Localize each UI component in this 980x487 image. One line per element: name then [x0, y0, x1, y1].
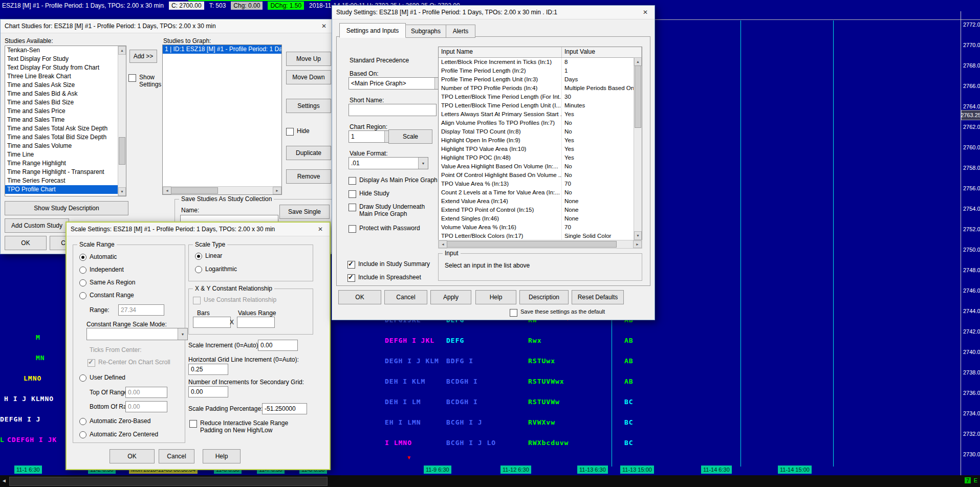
ok-button[interactable]: OK: [5, 236, 47, 250]
table-row[interactable]: TPO Letter/Block Time Period Length (For…: [439, 93, 642, 101]
show-study-description-button[interactable]: Show Study Description: [5, 201, 128, 215]
reset-defaults-button[interactable]: Reset Defaults: [572, 290, 624, 304]
vertical-scrollbar[interactable]: ▲ ▼: [634, 57, 642, 240]
horizontal-scrollbar[interactable]: ◄ ►: [163, 186, 281, 194]
scroll-up-icon[interactable]: ▲: [634, 57, 642, 66]
scroll-down-icon[interactable]: ▼: [118, 187, 126, 196]
cancel-button[interactable]: Cancel: [384, 290, 427, 304]
remove-button[interactable]: Remove: [286, 169, 331, 184]
table-row[interactable]: Number of TPO Profile Periods (In:4)Mult…: [439, 84, 642, 93]
dialog-titlebar[interactable]: Chart Studies for: ESZ18 [M] #1 - Profil…: [1, 19, 333, 33]
help-button[interactable]: Help: [203, 449, 241, 463]
column-header-input-name[interactable]: Input Name: [439, 47, 562, 57]
short-name-input[interactable]: [349, 104, 437, 116]
chart-horizontal-scrollbar[interactable]: ◄ 7 E: [0, 475, 980, 487]
chevron-down-icon[interactable]: ▼: [418, 158, 428, 169]
table-row[interactable]: Volume Value Area % (In:16)70: [439, 223, 642, 232]
list-item-selected[interactable]: TPO Profile Chart: [5, 185, 126, 194]
list-item[interactable]: Time Range Highlight - Transparent: [5, 168, 126, 176]
display-as-main-checkbox[interactable]: Display As Main Price Graph: [349, 176, 438, 185]
ok-button[interactable]: OK: [110, 449, 155, 463]
table-row[interactable]: Letters Always Start At Primary Session …: [439, 110, 642, 119]
automatic-zero-centered-radio[interactable]: Automatic Zero Centered: [79, 431, 158, 438]
hide-study-checkbox[interactable]: Hide Study: [349, 190, 389, 198]
table-horizontal-scrollbar[interactable]: ◄ ►: [438, 240, 642, 249]
apply-button[interactable]: Apply: [430, 290, 471, 304]
move-up-button[interactable]: Move Up: [286, 52, 331, 66]
add-custom-study-button[interactable]: Add Custom Study: [5, 218, 69, 233]
duplicate-button[interactable]: Duplicate: [286, 146, 331, 160]
dialog-titlebar[interactable]: Scale Settings: ESZ18 [M] #1 - Profile P…: [67, 223, 330, 236]
scale-padding-input[interactable]: -51.250000: [262, 403, 307, 414]
price-scale[interactable]: 2772.00 2770.00 2768.00 2766.00 2764.00 …: [961, 11, 980, 475]
dialog-titlebar[interactable]: Study Settings: ESZ18 [M] #1 - Profile P…: [332, 6, 655, 19]
table-row[interactable]: Point Of Control Highlight Based On Volu…: [439, 171, 642, 180]
scroll-down-icon[interactable]: ▼: [634, 231, 642, 240]
draw-underneath-checkbox[interactable]: Draw Study Underneath Main Price Graph: [349, 203, 437, 218]
include-in-spreadsheet-checkbox[interactable]: Include in Spreadsheet: [347, 274, 421, 282]
table-row[interactable]: Extend Value Area (In:14)None: [439, 197, 642, 206]
table-row[interactable]: Highlight TPO Value Area (In:10)Yes: [439, 145, 642, 153]
linear-radio[interactable]: Linear: [195, 252, 222, 260]
list-item[interactable]: Time Series Forecast: [5, 176, 126, 185]
list-item[interactable]: Text Display For Study from Chart: [5, 63, 126, 72]
table-row[interactable]: Highlight TPO POC (In:48)Yes: [439, 153, 642, 162]
table-row[interactable]: TPO Letter/Block Colors (In:17)Single So…: [439, 232, 642, 240]
list-item[interactable]: Time and Sales Volume: [5, 142, 126, 150]
close-icon[interactable]: ✕: [311, 223, 330, 236]
logarithmic-radio[interactable]: Logarithmic: [195, 265, 237, 273]
constant-range-scale-mode-select[interactable]: ▼: [86, 328, 188, 340]
hide-checkbox[interactable]: Hide: [286, 127, 310, 136]
table-row[interactable]: Profile Time Period Length (In:2)1: [439, 67, 642, 75]
scroll-right-icon[interactable]: ►: [633, 240, 642, 248]
list-item[interactable]: Text Display For Study: [5, 55, 126, 63]
automatic-zero-based-radio[interactable]: Automatic Zero-Based: [79, 417, 150, 425]
scrollbar-thumb[interactable]: [635, 65, 641, 128]
list-item[interactable]: Time and Sales Bid & Ask: [5, 90, 126, 98]
column-header-input-value[interactable]: Input Value: [562, 47, 642, 57]
chart-region-select[interactable]: 1▼: [349, 130, 395, 143]
help-button[interactable]: Help: [475, 290, 516, 304]
scrollbar-thumb[interactable]: [171, 187, 218, 194]
based-on-select[interactable]: <Main Price Graph>▼: [349, 77, 445, 90]
scale-increment-input[interactable]: 0.00: [258, 340, 298, 351]
settings-button[interactable]: Settings: [286, 99, 331, 113]
table-row[interactable]: Extend TPO Point of Control (In:15)None: [439, 206, 642, 214]
value-format-select[interactable]: .01▼: [349, 157, 428, 169]
scrollbar-thumb[interactable]: [9, 477, 328, 486]
list-item-selected[interactable]: 1 | ID:1 ESZ18 [M] #1 - Profile Period: …: [163, 45, 281, 54]
table-row[interactable]: Extend Singles (In:46)None: [439, 214, 642, 223]
save-as-default-checkbox[interactable]: Save these settings as the default: [510, 308, 605, 317]
table-row[interactable]: TPO Letter/Block Time Period Length Unit…: [439, 101, 642, 110]
list-item[interactable]: Time and Sales Price: [5, 107, 126, 116]
independent-radio[interactable]: Independent: [79, 266, 124, 274]
list-item[interactable]: Time Line: [5, 150, 126, 159]
table-row[interactable]: TPO Value Area % (In:13)70: [439, 180, 642, 188]
list-item[interactable]: Time and Sales Total Ask Size Depth: [5, 124, 126, 133]
add-study-button[interactable]: Add >>: [129, 50, 157, 63]
save-single-button[interactable]: Save Single: [279, 205, 330, 219]
table-row[interactable]: Highlight Open In Profile (In:9)Yes: [439, 136, 642, 145]
automatic-radio[interactable]: Automatic: [79, 253, 117, 261]
close-icon[interactable]: ✕: [636, 6, 655, 19]
protect-with-password-checkbox[interactable]: Protect with Password: [349, 225, 420, 233]
table-row[interactable]: Value Area Highlight Based On Volume (In…: [439, 162, 642, 171]
list-item[interactable]: Time and Sales Time: [5, 116, 126, 124]
list-item[interactable]: Tenkan-Sen: [5, 46, 126, 55]
move-down-button[interactable]: Move Down: [286, 70, 331, 84]
scale-button[interactable]: Scale: [388, 129, 432, 144]
vertical-scrollbar[interactable]: ▲ ▼: [118, 46, 126, 196]
list-item[interactable]: Three Line Break Chart: [5, 72, 126, 81]
scroll-left-icon[interactable]: ◄: [439, 240, 447, 248]
cancel-button[interactable]: Cancel: [159, 449, 194, 463]
scrollbar-thumb[interactable]: [447, 241, 617, 248]
reduce-interactive-padding-checkbox[interactable]: Reduce Interactive Scale Range Padding o…: [189, 419, 300, 434]
constant-range-radio[interactable]: Constant Range: [79, 292, 134, 299]
chevron-down-icon[interactable]: ▼: [178, 328, 187, 340]
list-item[interactable]: Time and Sales Bid Size: [5, 98, 126, 107]
scroll-left-icon[interactable]: ◄: [2, 478, 7, 483]
scroll-right-icon[interactable]: ►: [273, 187, 281, 194]
list-item[interactable]: Time Range Highlight: [5, 159, 126, 168]
tab-alerts[interactable]: Alerts: [446, 25, 475, 38]
table-row[interactable]: Display Total TPO Count (In:8)No: [439, 127, 642, 136]
